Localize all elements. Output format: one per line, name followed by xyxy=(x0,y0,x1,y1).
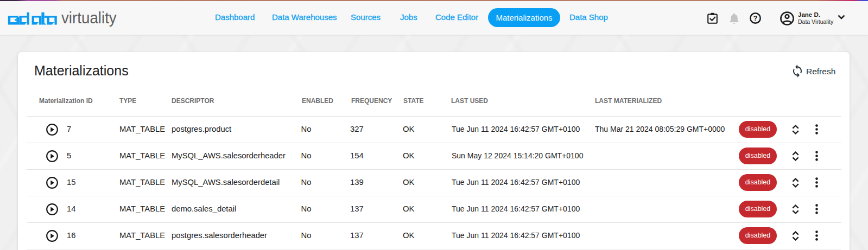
svg-text:?: ? xyxy=(753,14,758,22)
